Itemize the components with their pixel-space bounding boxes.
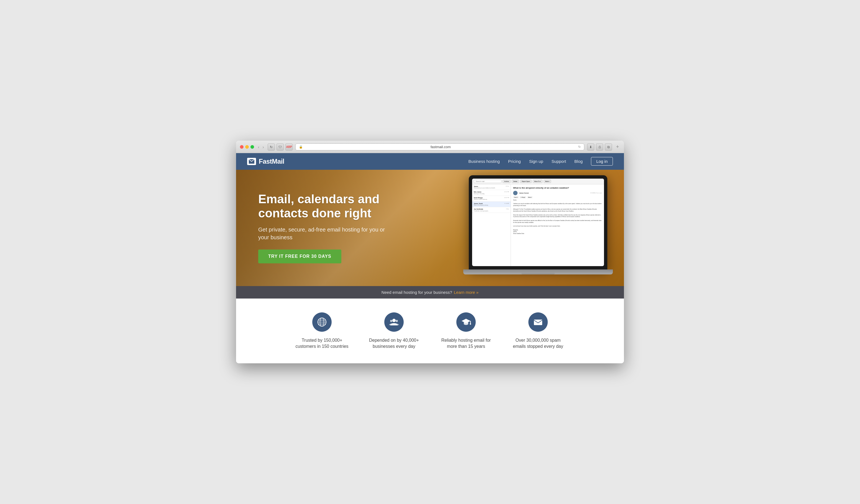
laptop-base (463, 269, 613, 275)
email-search-input[interactable] (474, 180, 501, 183)
new-tab-button[interactable]: + (615, 144, 620, 150)
feature-trusted-text: Trusted by 150,000+ customers in 150 cou… (294, 337, 350, 350)
laptop-screen-outer: Archive Delete Report Spam Move To ▾ Mar… (469, 175, 607, 269)
logo-icon (247, 158, 256, 165)
browser-chrome: ‹ › ↻ 🛡 ABP 🔒 fastmail.com ↻ ⬇ ⎙ ⧉ + (236, 141, 624, 153)
reload-icon[interactable]: ↻ (268, 144, 275, 151)
feature-business-text: Depended on by 40,000+ businesses every … (366, 337, 422, 350)
mark-btn[interactable]: Mark ▾ (544, 180, 551, 183)
list-item[interactable]: 23 Oct James Humancid et por up as dudel… (472, 184, 511, 190)
forward-button[interactable]: › (261, 144, 265, 150)
feature-hosting-text: Reliably hosting email for more than 15 … (438, 337, 494, 350)
back-button[interactable]: ‹ (257, 144, 260, 150)
email-list: 23 Oct James Humancid et por up as dudel… (472, 184, 511, 266)
email-subject: What is the airspeed velocity of an unla… (513, 187, 602, 189)
delete-btn[interactable]: Delete (512, 180, 519, 183)
browser-window: ‹ › ↻ 🛡 ABP 🔒 fastmail.com ↻ ⬇ ⎙ ⧉ + (236, 141, 624, 364)
users-icon (389, 317, 399, 327)
move-btn[interactable]: Move To ▾ (533, 180, 543, 183)
features-section: Trusted by 150,000+ customers in 150 cou… (236, 298, 624, 364)
envelope-icon-circle (528, 312, 548, 332)
svg-point-6 (390, 320, 392, 322)
envelope-icon (533, 317, 543, 327)
lock-icon: 🔒 (299, 145, 303, 149)
business-bar: Need email hosting for your business? Le… (236, 286, 624, 298)
svg-point-10 (470, 323, 471, 325)
business-bar-text: Need email hosting for your business? (382, 290, 452, 295)
feature-business: Depended on by 40,000+ businesses every … (366, 312, 422, 350)
logo[interactable]: FastMail (247, 158, 468, 165)
hero-title: Email, calendars and contacts done right (258, 192, 397, 220)
browser-nav-buttons: ‹ › (257, 144, 265, 150)
traffic-lights (240, 145, 254, 149)
site-header: FastMail Business hosting Pricing Sign u… (236, 153, 624, 170)
minimize-button[interactable] (245, 145, 249, 149)
email-toolbar: Archive Delete Report Spam Move To ▾ Mar… (472, 179, 604, 184)
feature-hosting: Reliably hosting email for more than 15 … (438, 312, 494, 350)
nav-support[interactable]: Support (551, 159, 566, 164)
site-nav: Business hosting Pricing Sign up Support… (468, 157, 613, 166)
site-content: FastMail Business hosting Pricing Sign u… (236, 153, 624, 364)
laptop-screen-inner: Archive Delete Report Spam Move To ▾ Mar… (472, 179, 604, 266)
logo-text: FastMail (259, 158, 284, 165)
list-item[interactable]: 12:15 PM Neil, James Running on Thursday… (472, 190, 511, 196)
nav-signup[interactable]: Sign up (529, 159, 543, 164)
laptop-mockup: Archive Delete Report Spam Move To ▾ Mar… (469, 175, 607, 281)
nav-blog[interactable]: Blog (574, 159, 583, 164)
email-app: Archive Delete Report Spam Move To ▾ Mar… (472, 179, 604, 266)
download-icon[interactable]: ⬇ (587, 144, 594, 151)
browser-right-icons: ⬇ ⎙ ⧉ (587, 144, 612, 151)
list-item-active[interactable]: 11:44 AM James, Sarah What is the airspe… (472, 202, 511, 207)
url-display: fastmail.com (304, 145, 576, 149)
email-main: 23 Oct James Humancid et por up as dudel… (472, 184, 604, 266)
learn-more-link[interactable]: Learn more » (454, 290, 478, 295)
adblock-icon[interactable]: ABP (285, 144, 292, 151)
refresh-icon: ↻ (578, 145, 581, 149)
nav-pricing[interactable]: Pricing (508, 159, 521, 164)
close-button[interactable] (240, 145, 244, 149)
feature-trusted: Trusted by 150,000+ customers in 150 cou… (294, 312, 350, 350)
shield-icon[interactable]: 🛡 (276, 144, 284, 151)
login-button[interactable]: Log in (591, 157, 613, 166)
svg-point-7 (396, 320, 398, 322)
globe-icon-circle (312, 312, 332, 332)
archive-btn[interactable]: Archive (503, 180, 511, 183)
list-item[interactable]: 9 Nov Joe Smithdale Friendhatter meeting… (472, 207, 511, 213)
spam-btn[interactable]: Report Spam (520, 180, 531, 183)
graduation-icon (461, 317, 471, 327)
hero-section: Archive Delete Report Spam Move To ▾ Mar… (236, 170, 624, 286)
cta-button[interactable]: TRY IT FREE FOR 30 DAYS (258, 250, 341, 263)
email-content: What is the airspeed velocity of an unla… (511, 184, 604, 266)
feature-spam: Over 30,000,000 spam emails stopped ever… (510, 312, 566, 350)
svg-point-5 (392, 319, 396, 322)
globe-icon (317, 317, 327, 327)
nav-business-hosting[interactable]: Business hosting (468, 159, 500, 164)
feature-spam-text: Over 30,000,000 spam emails stopped ever… (510, 337, 566, 350)
graduation-icon-circle (456, 312, 476, 332)
list-item[interactable]: 12:01 PM Sarah Bloggs Receiver request f… (472, 196, 511, 202)
hero-subtitle: Get private, secure, ad-free email hosti… (258, 226, 397, 241)
maximize-button[interactable] (250, 145, 254, 149)
hero-content: Email, calendars and contacts done right… (236, 192, 397, 263)
share-icon[interactable]: ⎙ (596, 144, 603, 151)
email-body: Sarah,I believe you may be mistaken with… (513, 199, 602, 235)
tabs-icon[interactable]: ⧉ (605, 144, 612, 151)
address-bar[interactable]: 🔒 fastmail.com ↻ (295, 144, 584, 150)
users-icon-circle (384, 312, 404, 332)
browser-toolbar-icons: ↻ 🛡 ABP (268, 144, 292, 151)
svg-rect-11 (534, 320, 542, 325)
